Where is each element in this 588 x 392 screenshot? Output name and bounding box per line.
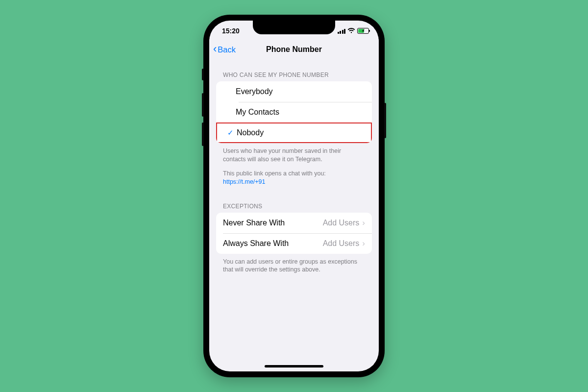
- mute-switch: [202, 69, 204, 80]
- option-label: Nobody: [237, 128, 364, 137]
- power-button: [384, 103, 386, 138]
- page-title: Phone Number: [266, 45, 322, 54]
- visibility-footer-2: This public link opens a chat with you: …: [209, 164, 379, 186]
- phone-frame: 15:20 ⚡︎: [203, 15, 385, 377]
- visibility-footer-1: Users who have your number saved in thei…: [209, 143, 379, 164]
- exception-never-share[interactable]: Never Share With Add Users ›: [216, 213, 372, 233]
- option-nobody[interactable]: ✓ Nobody: [216, 122, 372, 143]
- option-my-contacts[interactable]: My Contacts: [216, 102, 372, 122]
- settings-content: WHO CAN SEE MY PHONE NUMBER Everybody My…: [209, 60, 379, 371]
- wifi-icon: [347, 28, 355, 34]
- checkmark-icon: ✓: [224, 128, 237, 137]
- visibility-section-header: WHO CAN SEE MY PHONE NUMBER: [209, 69, 379, 81]
- exceptions-section-header: EXCEPTIONS: [209, 200, 379, 213]
- visibility-options-list: Everybody My Contacts ✓ Nobody: [216, 81, 372, 143]
- exception-label: Always Share With: [223, 239, 323, 248]
- stage: 15:20 ⚡︎: [0, 0, 588, 392]
- exception-value: Add Users: [323, 239, 360, 248]
- nav-bar: ‹ Back Phone Number: [209, 39, 379, 60]
- exceptions-footer: You can add users or entire groups as ex…: [209, 254, 379, 274]
- link-prefix: This public link opens a chat with you:: [223, 170, 326, 177]
- status-time: 15:20: [219, 25, 240, 35]
- phone-screen: 15:20 ⚡︎: [209, 21, 379, 371]
- option-everybody[interactable]: Everybody: [216, 81, 372, 102]
- status-icons: ⚡︎: [338, 26, 369, 34]
- exception-value: Add Users: [323, 219, 360, 227]
- public-link[interactable]: https://t.me/+91: [223, 178, 266, 185]
- option-label: My Contacts: [236, 108, 365, 117]
- home-indicator[interactable]: [265, 365, 323, 368]
- notch: [253, 21, 335, 34]
- exception-label: Never Share With: [223, 219, 323, 227]
- back-label: Back: [218, 45, 236, 54]
- volume-up-button: [202, 93, 204, 117]
- back-button[interactable]: ‹ Back: [213, 39, 236, 60]
- exception-always-share[interactable]: Always Share With Add Users ›: [216, 233, 372, 254]
- volume-down-button: [202, 122, 204, 146]
- cellular-signal-icon: [338, 28, 346, 34]
- battery-icon: ⚡︎: [357, 28, 369, 34]
- option-label: Everybody: [236, 87, 365, 96]
- exceptions-list: Never Share With Add Users › Always Shar…: [216, 213, 372, 254]
